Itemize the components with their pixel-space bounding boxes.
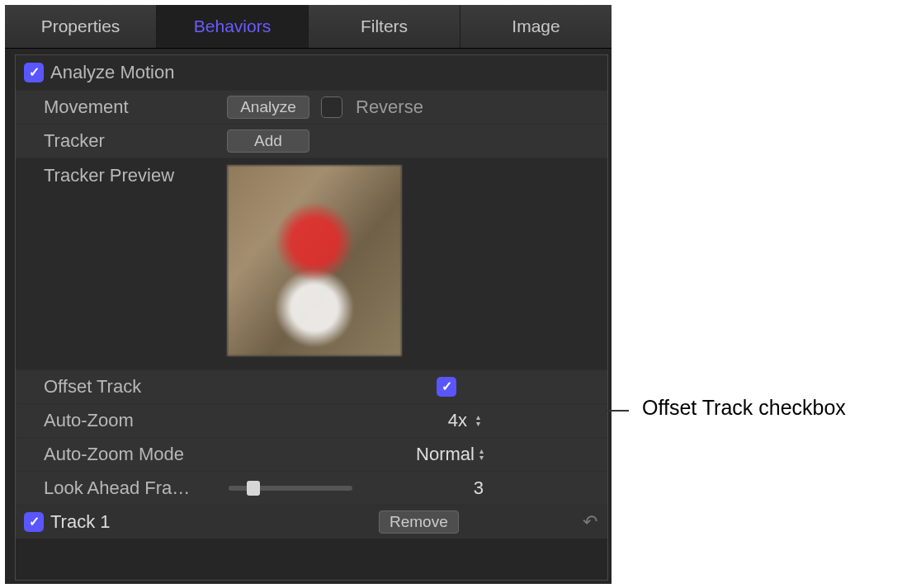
- remove-tracker-button-label: Remove: [390, 513, 448, 532]
- tab-image-label: Image: [512, 16, 560, 36]
- add-tracker-button[interactable]: Add: [227, 129, 309, 153]
- tab-properties-label: Properties: [41, 16, 120, 36]
- callout-text: Offset Track checkbox: [642, 396, 846, 420]
- auto-zoom-stepper[interactable]: ▴▾: [472, 414, 484, 427]
- tab-behaviors[interactable]: Behaviors: [157, 5, 309, 48]
- reverse-checkbox[interactable]: ✓: [321, 96, 342, 118]
- auto-zoom-mode-stepper[interactable]: ▴▾: [479, 448, 484, 461]
- tracker-preview-thumbnail: [227, 165, 402, 356]
- row-movement: Movement Analyze ✓ Reverse: [16, 90, 607, 124]
- row-auto-zoom: Auto-Zoom 4x ▴▾: [16, 403, 607, 437]
- look-ahead-label: Look Ahead Fra…: [44, 477, 192, 499]
- track1-checkbox[interactable]: ✓: [24, 512, 44, 532]
- look-ahead-slider[interactable]: [229, 486, 352, 491]
- analyze-button[interactable]: Analyze: [227, 96, 309, 119]
- row-track1: ✓ Track 1 Remove ↶: [16, 505, 607, 539]
- add-tracker-button-label: Add: [254, 132, 282, 151]
- look-ahead-slider-thumb[interactable]: [247, 481, 260, 496]
- tab-filters[interactable]: Filters: [309, 5, 460, 48]
- row-offset-track: Offset Track ✓: [16, 369, 607, 403]
- header-analyze-motion: ✓ Analyze Motion: [16, 55, 607, 90]
- auto-zoom-value[interactable]: 4x: [448, 410, 467, 431]
- auto-zoom-mode-label: Auto-Zoom Mode: [44, 444, 201, 465]
- analyze-button-label: Analyze: [240, 98, 296, 117]
- tab-properties[interactable]: Properties: [5, 5, 157, 48]
- callout-line: [464, 410, 629, 412]
- tracker-label: Tracker: [44, 130, 201, 152]
- track1-label: Track 1: [50, 511, 111, 533]
- auto-zoom-label: Auto-Zoom: [44, 410, 201, 431]
- tab-behaviors-label: Behaviors: [194, 16, 271, 36]
- look-ahead-value[interactable]: 3: [474, 477, 484, 499]
- analyze-motion-checkbox[interactable]: ✓: [24, 63, 44, 82]
- reverse-label: Reverse: [356, 96, 423, 118]
- reset-icon[interactable]: ↶: [583, 506, 597, 539]
- remove-tracker-button[interactable]: Remove: [379, 510, 459, 534]
- tracker-preview-label: Tracker Preview: [44, 165, 201, 186]
- row-look-ahead: Look Ahead Fra… 3: [16, 471, 607, 505]
- offset-track-label: Offset Track: [44, 376, 201, 397]
- analyze-motion-label: Analyze Motion: [50, 62, 174, 83]
- offset-track-checkbox[interactable]: ✓: [437, 377, 456, 397]
- row-tracker-preview: Tracker Preview: [16, 158, 607, 369]
- movement-label: Movement: [44, 96, 201, 118]
- row-tracker: Tracker Add: [16, 124, 607, 158]
- inspector-body: ✓ Analyze Motion Movement Analyze ✓ Reve…: [15, 54, 608, 581]
- inspector-tabbar: Properties Behaviors Filters Image: [5, 5, 612, 49]
- tab-image[interactable]: Image: [460, 5, 612, 48]
- auto-zoom-mode-value[interactable]: Normal: [416, 444, 475, 465]
- tracker-preview-image: [227, 165, 402, 356]
- row-auto-zoom-mode: Auto-Zoom Mode Normal ▴▾: [16, 437, 607, 471]
- tab-filters-label: Filters: [361, 16, 408, 36]
